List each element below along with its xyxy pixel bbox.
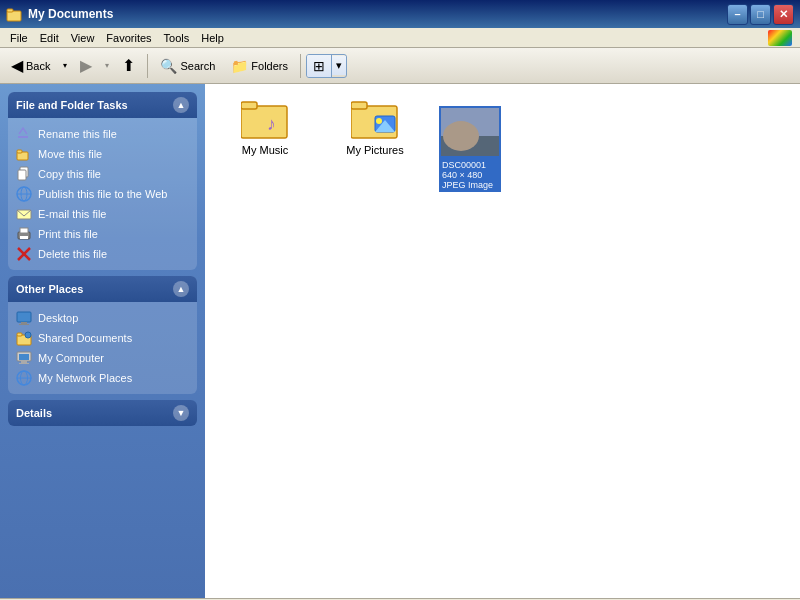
email-icon (16, 206, 32, 222)
minimize-button[interactable]: – (727, 4, 748, 25)
forward-dropdown[interactable]: ▾ (101, 54, 113, 78)
up-icon: ⬆ (122, 56, 135, 75)
view-grid-icon: ⊞ (313, 58, 325, 74)
view-icon-area[interactable]: ⊞ (307, 55, 332, 77)
shared-docs-icon (16, 330, 32, 346)
svg-rect-18 (19, 324, 29, 325)
menu-help[interactable]: Help (195, 30, 230, 46)
svg-rect-33 (351, 102, 367, 109)
task-move[interactable]: Move this file (12, 144, 193, 164)
toolbar-sep-2 (300, 54, 301, 78)
file-thumbnail-container: DSC00001 640 × 480 JPEG Image (439, 106, 501, 192)
my-music-label: My Music (242, 144, 288, 156)
place-shared-docs[interactable]: Shared Documents (12, 328, 193, 348)
folder-my-music[interactable]: ♪ My Music (215, 94, 315, 196)
menu-edit[interactable]: Edit (34, 30, 65, 46)
svg-rect-24 (21, 361, 27, 363)
file-tasks-header[interactable]: File and Folder Tasks ▲ (8, 92, 197, 118)
back-dropdown[interactable]: ▾ (59, 54, 71, 78)
content-area: ♪ My Music My Pictures (205, 84, 800, 598)
place-desktop-label: Desktop (38, 312, 78, 324)
my-pictures-label: My Pictures (346, 144, 403, 156)
details-title: Details (16, 407, 52, 419)
file-tasks-collapse[interactable]: ▲ (173, 97, 189, 113)
task-rename[interactable]: Rename this file (12, 124, 193, 144)
window-title: My Documents (28, 7, 721, 21)
menu-tools[interactable]: Tools (158, 30, 196, 46)
file-tasks-title: File and Folder Tasks (16, 99, 128, 111)
task-print-label: Print this file (38, 228, 98, 240)
other-places-header[interactable]: Other Places ▲ (8, 276, 197, 302)
publish-icon (16, 186, 32, 202)
details-collapse[interactable]: ▼ (173, 405, 189, 421)
forward-icon: ▶ (80, 56, 92, 75)
folders-icon: 📁 (231, 58, 248, 74)
file-info: DSC00001 640 × 480 JPEG Image (439, 158, 501, 192)
toolbar: ◀ Back ▾ ▶ ▾ ⬆ 🔍 Search 📁 Folders ⊞ ▾ (0, 48, 800, 84)
task-copy[interactable]: Copy this file (12, 164, 193, 184)
details-section: Details ▼ (8, 400, 197, 426)
task-copy-label: Copy this file (38, 168, 101, 180)
task-email[interactable]: E-mail this file (12, 204, 193, 224)
svg-text:♪: ♪ (267, 114, 276, 134)
move-icon (16, 146, 32, 162)
forward-button[interactable]: ▶ (73, 52, 99, 79)
maximize-button[interactable]: □ (750, 4, 771, 25)
file-dimensions: 640 × 480 (442, 170, 498, 180)
view-button[interactable]: ⊞ ▾ (306, 54, 347, 78)
left-panel: File and Folder Tasks ▲ Rename this file… (0, 84, 205, 598)
svg-rect-29 (241, 106, 287, 138)
place-network-label: My Network Places (38, 372, 132, 384)
back-icon: ◀ (11, 56, 23, 75)
up-button[interactable]: ⬆ (115, 52, 142, 79)
file-name: DSC00001 (442, 160, 498, 170)
svg-rect-17 (21, 322, 27, 324)
main-layout: File and Folder Tasks ▲ Rename this file… (0, 84, 800, 598)
other-places-section: Other Places ▲ Desktop Shared Documents (8, 276, 197, 394)
task-print[interactable]: Print this file (12, 224, 193, 244)
folder-my-pictures[interactable]: My Pictures (325, 94, 425, 196)
place-my-computer-label: My Computer (38, 352, 104, 364)
view-dropdown[interactable]: ▾ (332, 56, 346, 75)
rename-icon (16, 126, 32, 142)
file-thumbnail (439, 106, 501, 158)
print-icon (16, 226, 32, 242)
svg-rect-1 (7, 9, 13, 12)
svg-rect-12 (20, 228, 28, 233)
svg-rect-6 (18, 170, 26, 180)
task-rename-label: Rename this file (38, 128, 117, 140)
back-label: Back (26, 60, 50, 72)
svg-point-36 (376, 118, 382, 124)
menu-bar: File Edit View Favorites Tools Help (0, 28, 800, 48)
svg-rect-25 (19, 363, 29, 364)
place-desktop[interactable]: Desktop (12, 308, 193, 328)
search-icon: 🔍 (160, 58, 177, 74)
search-button[interactable]: 🔍 Search (153, 54, 222, 78)
back-button[interactable]: ◀ Back (4, 52, 57, 79)
task-delete[interactable]: Delete this file (12, 244, 193, 264)
details-header[interactable]: Details ▼ (8, 400, 197, 426)
place-my-computer[interactable]: My Computer (12, 348, 193, 368)
toolbar-sep-1 (147, 54, 148, 78)
close-button[interactable]: ✕ (773, 4, 794, 25)
file-tasks-section: File and Folder Tasks ▲ Rename this file… (8, 92, 197, 270)
folders-label: Folders (251, 60, 288, 72)
network-icon (16, 370, 32, 386)
copy-icon (16, 166, 32, 182)
other-places-content: Desktop Shared Documents My Computer (8, 302, 197, 394)
task-move-label: Move this file (38, 148, 102, 160)
other-places-collapse[interactable]: ▲ (173, 281, 189, 297)
menu-file[interactable]: File (4, 30, 34, 46)
menu-favorites[interactable]: Favorites (100, 30, 157, 46)
other-places-title: Other Places (16, 283, 83, 295)
window-controls: – □ ✕ (727, 4, 794, 25)
svg-rect-13 (20, 236, 28, 239)
menu-view[interactable]: View (65, 30, 101, 46)
folders-button[interactable]: 📁 Folders (224, 54, 295, 78)
place-network[interactable]: My Network Places (12, 368, 193, 388)
file-dsc00001[interactable]: DSC00001 640 × 480 JPEG Image (435, 102, 505, 196)
window-icon (6, 6, 22, 22)
my-computer-icon (16, 350, 32, 366)
svg-rect-2 (18, 136, 28, 138)
task-publish[interactable]: Publish this file to the Web (12, 184, 193, 204)
